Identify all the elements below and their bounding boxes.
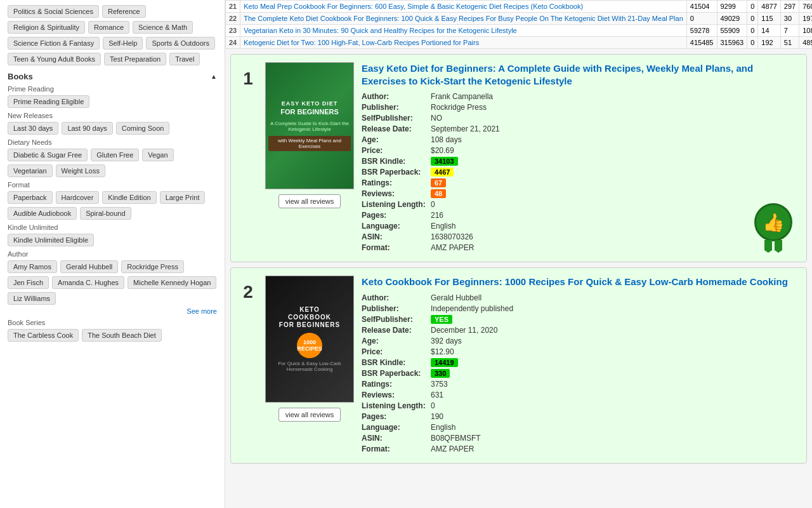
bsr-kindle-label-1: BSR Kindle: xyxy=(362,157,428,166)
tag-travel[interactable]: Travel xyxy=(169,53,200,65)
bsr-paperback-row-1: BSR Paperback: 4467 xyxy=(362,168,799,177)
tag-test-prep[interactable]: Test Preparation xyxy=(104,53,166,65)
price-label-2: Price: xyxy=(362,347,428,356)
self-publisher-value-1: NO xyxy=(431,114,442,123)
author-amanda-hughes[interactable]: Amanda C. Hughes xyxy=(52,276,124,289)
price-row-2: Price: $12.90 xyxy=(362,347,799,356)
publisher-value-2: Independently published xyxy=(431,304,513,313)
coming-soon-tag[interactable]: Coming Soon xyxy=(116,122,170,135)
tag-weight-loss[interactable]: Weight Loss xyxy=(56,164,105,177)
last-30-tag[interactable]: Last 30 days xyxy=(8,122,58,135)
publisher-row-1: Publisher: Rockridge Press xyxy=(362,103,799,112)
tag-politics[interactable]: Politics & Social Sciences xyxy=(8,5,99,18)
language-value-1: English xyxy=(431,222,455,231)
prime-reading-label: Prime Reading xyxy=(8,85,217,93)
tag-reference[interactable]: Reference xyxy=(102,5,146,18)
dietary-label: Dietary Needs xyxy=(8,138,217,146)
bsr-paperback-label-2: BSR Paperback: xyxy=(362,369,428,378)
author-amy-ramos[interactable]: Amy Ramos xyxy=(8,260,57,273)
col6-21: 760 xyxy=(799,1,812,13)
author-liz-williams[interactable]: Liz Williams xyxy=(8,292,56,305)
age-label-2: Age: xyxy=(362,337,428,345)
col5-21: 297 xyxy=(780,1,799,13)
asin-row-2: ASIN: B08QFBMSFT xyxy=(362,434,799,443)
ribbon-left-1 xyxy=(764,240,772,253)
tag-sports[interactable]: Sports & Outdoors xyxy=(146,37,215,50)
tag-hardcover[interactable]: Hardcover xyxy=(56,191,100,204)
tag-diabetic[interactable]: Diabetic & Sugar Free xyxy=(8,149,88,161)
reviews-label-1: Reviews: xyxy=(362,189,428,198)
tag-kindle-edition[interactable]: Kindle Edition xyxy=(102,191,156,204)
view-reviews-1[interactable]: view all reviews xyxy=(278,194,341,208)
bsr-kindle-row-2: BSR Kindle: 14419 xyxy=(362,358,799,367)
book-info-2: Keto Cookbook For Beginners: 1000 Recipe… xyxy=(362,276,799,455)
tag-audible[interactable]: Audible Audiobook xyxy=(8,207,77,220)
book-title-1[interactable]: Easy Keto Diet for Beginners: A Complete… xyxy=(362,62,799,87)
view-reviews-2[interactable]: view all reviews xyxy=(278,408,341,422)
format-label-1: Format: xyxy=(362,243,428,252)
title-22[interactable]: The Complete Keto Diet Cookbook For Begi… xyxy=(240,13,687,25)
author-rockridge-press[interactable]: Rockridge Press xyxy=(121,260,184,273)
self-publisher-row-1: SelfPublisher: NO xyxy=(362,114,799,123)
tag-romance[interactable]: Romance xyxy=(88,21,129,34)
kindle-unlimited-eligible-tag[interactable]: Kindle Unlimited Eligible xyxy=(8,234,94,246)
title-24[interactable]: Ketogenic Diet for Two: 100 High-Fat, Lo… xyxy=(240,37,687,49)
new-releases-subsection: New Releases Last 30 days Last 90 days C… xyxy=(8,112,217,135)
books-collapse-arrow[interactable]: ▲ xyxy=(211,73,217,80)
col6-23: 108 xyxy=(799,25,812,37)
tag-gluten-free[interactable]: Gluten Free xyxy=(91,149,139,161)
bsr-kindle-label-2: BSR Kindle: xyxy=(362,358,428,367)
author-label-2: Author: xyxy=(362,293,428,302)
author-michelle-kennedy[interactable]: Michelle Kennedy Hogan xyxy=(128,276,216,289)
prime-reading-eligible-tag[interactable]: Prime Reading Eligible xyxy=(8,95,89,108)
title-23[interactable]: Vegetarian Keto in 30 Minutes: 90 Quick … xyxy=(240,25,687,37)
ratings-value-2: 3753 xyxy=(431,380,448,389)
publisher-row-2: Publisher: Independently published xyxy=(362,304,799,313)
format-row-1: Format: AMZ PAPER xyxy=(362,243,799,252)
release-date-row-1: Release Date: September 21, 2021 xyxy=(362,124,799,133)
price-value-2: $12.90 xyxy=(431,347,454,356)
rank-23: 23 xyxy=(226,25,240,37)
tag-vegan[interactable]: Vegan xyxy=(142,149,173,161)
col4-22: 115 xyxy=(758,13,780,25)
award-ribbons-1 xyxy=(748,240,799,253)
book-rank-2: 2 xyxy=(239,276,258,455)
tag-teen[interactable]: Teen & Young Adult Books xyxy=(8,53,101,65)
author-jen-fisch[interactable]: Jen Fisch xyxy=(8,276,49,289)
asin-label-2: ASIN: xyxy=(362,434,428,443)
col2-21: 9299 xyxy=(717,1,747,13)
table-row: 22 The Complete Keto Diet Cookbook For B… xyxy=(226,13,813,25)
last-90-tag[interactable]: Last 90 days xyxy=(62,122,112,135)
col2-22: 49029 xyxy=(717,13,747,25)
ratings-row-1: Ratings: 67 xyxy=(362,178,799,187)
col1-21: 41504 xyxy=(686,1,717,13)
listening-length-value-1: 0 xyxy=(431,200,435,209)
series-carbless-cook[interactable]: The Carbless Cook xyxy=(8,329,79,342)
self-publisher-label-2: SelfPublisher: xyxy=(362,315,428,324)
kindle-unlimited-subsection: Kindle Unlimited Kindle Unlimited Eligib… xyxy=(8,224,217,246)
tag-religion[interactable]: Religion & Spirituality xyxy=(8,21,85,34)
author-row-2: Author: Gerald Hubbell xyxy=(362,293,799,302)
asin-label-1: ASIN: xyxy=(362,232,428,241)
ratings-label-2: Ratings: xyxy=(362,380,428,389)
asin-value-1: 1638070326 xyxy=(431,232,473,241)
see-more-authors[interactable]: See more xyxy=(8,307,217,315)
tag-self-help[interactable]: Self-Help xyxy=(103,37,143,50)
tag-paperback[interactable]: Paperback xyxy=(8,191,53,204)
title-21[interactable]: Keto Meal Prep Cookbook For Beginners: 6… xyxy=(240,1,687,13)
books-section-header[interactable]: Books ▲ xyxy=(8,72,217,81)
rank-21: 21 xyxy=(226,1,240,13)
series-south-beach[interactable]: The South Beach Diet xyxy=(82,329,162,342)
tag-large-print[interactable]: Large Print xyxy=(160,191,206,204)
book-title-2[interactable]: Keto Cookbook For Beginners: 1000 Recipe… xyxy=(362,276,799,288)
award-circle-1: 👍 xyxy=(754,203,792,241)
tag-vegetarian[interactable]: Vegetarian xyxy=(8,164,53,177)
tag-spiral-bound[interactable]: Spiral-bound xyxy=(80,207,131,220)
author-gerald-hubbell[interactable]: Gerald Hubbell xyxy=(60,260,118,273)
tag-scifi[interactable]: Science Fiction & Fantasy xyxy=(8,37,100,50)
release-date-row-2: Release Date: December 11, 2020 xyxy=(362,326,799,335)
asin-value-2: B08QFBMSFT xyxy=(431,434,481,443)
table-row: 21 Keto Meal Prep Cookbook For Beginners… xyxy=(226,1,813,13)
tag-science-math[interactable]: Science & Math xyxy=(133,21,193,34)
publisher-value-1: Rockridge Press xyxy=(431,103,487,112)
